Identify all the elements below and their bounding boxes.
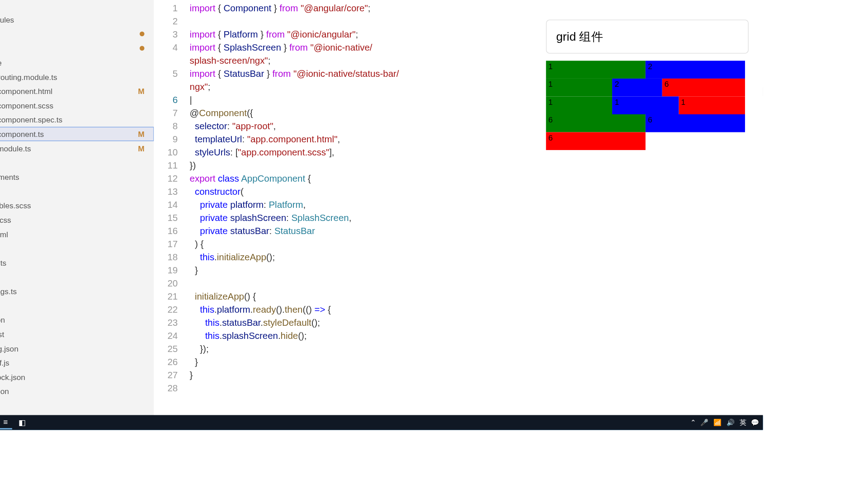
tray-vol-icon[interactable]: 🔊 [726, 418, 735, 426]
windows-taskbar: ▭ 📁 🌐 ◉ ▣ ≡ ◧ ⌃ 🎤 📶 🔊 英 💬 [0, 415, 763, 430]
tree-file[interactable]: TSapp.component.tsM [0, 127, 154, 141]
grid-cell: 6 [546, 132, 646, 150]
tree-label: home [0, 58, 2, 67]
grid-cell: 6 [646, 114, 745, 132]
tree-folder[interactable]: ›🗀home [0, 56, 154, 70]
tree-file[interactable]: TSzone-flags.ts [0, 284, 154, 299]
grid-cell: 6 [662, 79, 745, 97]
tree-label: polyfills.ts [0, 258, 6, 267]
modified-dot-icon [140, 46, 145, 51]
tree-folder[interactable]: ›🗀assets [0, 155, 154, 170]
tree-file[interactable]: JSkarma.conf.js [0, 356, 154, 370]
tree-file[interactable]: TSpolyfills.ts [0, 255, 154, 270]
tree-file[interactable]: TSapp-routing.module.ts [0, 70, 154, 84]
tree-file[interactable]: TStest.ts [0, 270, 154, 284]
grid-cell: 1 [612, 96, 679, 114]
tree-file[interactable]: {}ionic.config.json [0, 341, 154, 356]
grid-cell: 2 [646, 61, 745, 79]
tree-file[interactable]: ◆.gitignore [0, 298, 154, 313]
tray-ime[interactable]: 英 [740, 418, 746, 427]
tree-label: global.scss [0, 215, 11, 224]
tray-mic-icon[interactable]: 🎤 [700, 418, 708, 426]
tree-folder[interactable]: ›🗀environments [0, 170, 154, 184]
tray-net-icon[interactable]: 📶 [713, 418, 722, 426]
tray-chevron-icon[interactable]: ⌃ [690, 418, 696, 426]
tree-label: package.json [0, 387, 9, 396]
grid-cell: 2 [612, 79, 662, 97]
modified-dot-icon [140, 32, 145, 37]
tree-label: karma.conf.js [0, 358, 9, 367]
tree-label: package-lock.json [0, 372, 25, 381]
tree-label: index.html [0, 230, 8, 239]
tree-file[interactable]: TSapp.component.spec.ts [0, 113, 154, 127]
tree-label: app.module.ts [0, 144, 31, 153]
tree-file[interactable]: {}app.component.scss [0, 98, 154, 113]
grid-cell: 1 [546, 96, 613, 114]
tree-file[interactable]: {}global.scss [0, 212, 154, 227]
tree-label: app.component.ts [0, 130, 44, 139]
grid-cell: 6 [546, 114, 646, 132]
tree-label: angular.json [0, 315, 5, 324]
browser-preview: grid 组件 12126111666 [532, 0, 763, 415]
tree-folder[interactable]: ›🗀node_modules [0, 13, 154, 27]
tray-notif-icon[interactable]: 💬 [751, 418, 759, 426]
vscode-taskbar-icon[interactable]: ≡ [0, 416, 12, 429]
tree-file[interactable]: <>index.html [0, 227, 154, 241]
tree-file[interactable]: TSapp.module.tsM [0, 141, 154, 155]
tree-label: zone-flags.ts [0, 287, 17, 296]
tree-file[interactable]: <>app.component.htmlM [0, 84, 154, 99]
tree-label: node_modules [0, 15, 14, 24]
tree-label: app.component.scss [0, 101, 53, 110]
grid-cell: 1 [546, 79, 613, 97]
tree-label: variables.scss [0, 201, 31, 210]
tree-label: app.component.spec.ts [0, 115, 62, 124]
tree-label: app.component.html [0, 87, 52, 96]
line-gutter: 1234567891011121314151617181920212223242… [154, 0, 190, 416]
grid-cell: 1 [546, 61, 646, 79]
tree-label: browserslist [0, 329, 4, 338]
tree-file[interactable]: {}package.json [0, 384, 154, 399]
git-status: M [138, 87, 144, 96]
tree-file[interactable]: {}package-lock.json [0, 370, 154, 384]
app-icon[interactable]: ◧ [16, 416, 29, 429]
tree-file[interactable]: {}variables.scss [0, 198, 154, 213]
tree-label: ionic.config.json [0, 344, 19, 353]
tree-folder[interactable]: ›🗀e2e [0, 0, 154, 13]
grid-cell: 1 [679, 96, 745, 114]
tree-file[interactable]: TSmain.ts [0, 241, 154, 256]
preview-heading: grid 组件 [546, 19, 749, 53]
tree-label: environments [0, 173, 19, 182]
tree-folder[interactable]: ⌄🗀theme [0, 184, 154, 198]
git-status: M [138, 130, 144, 139]
sidebar: 资源管理器: MYAPP 📄 📁 ↻ ⊟ ⋯ ›🗀.vscode›🗀e2e›🗀n… [0, 0, 154, 416]
tree-folder[interactable]: ⌄🗀app [0, 41, 154, 56]
grid-demo: 12126111666 [546, 61, 745, 150]
tree-folder[interactable]: ⌄🗀src [0, 27, 154, 41]
tree-file[interactable]: Aangular.json [0, 313, 154, 327]
tree-file[interactable]: ⊛browserslist [0, 327, 154, 342]
tree-label: app-routing.module.ts [0, 72, 57, 81]
git-status: M [138, 144, 144, 153]
